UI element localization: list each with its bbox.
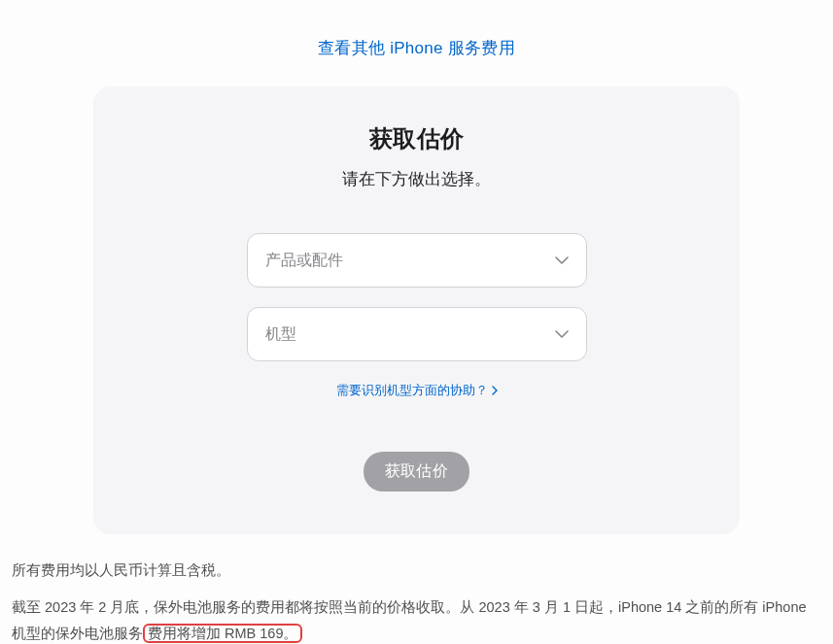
chevron-down-icon: [555, 256, 569, 264]
footnote-line-1: 所有费用均以人民币计算且含税。: [12, 558, 821, 585]
help-link-text: 需要识别机型方面的协助？: [336, 382, 488, 399]
product-dropdown-placeholder: 产品或配件: [265, 251, 343, 271]
estimate-card: 获取估价 请在下方做出选择。 产品或配件 机型 需要识别机型方面的协助？ 获取估…: [93, 86, 740, 534]
top-link-container: 查看其他 iPhone 服务费用: [0, 0, 833, 86]
footnote-line-2: 截至 2023 年 2 月底，保外电池服务的费用都将按照当前的价格收取。从 20…: [12, 594, 821, 644]
get-estimate-button[interactable]: 获取估价: [364, 452, 470, 491]
chevron-down-icon: [555, 330, 569, 338]
chevron-right-icon: [492, 384, 498, 398]
card-subtitle: 请在下方做出选择。: [132, 168, 701, 190]
product-dropdown[interactable]: 产品或配件: [247, 233, 587, 288]
footnotes: 所有费用均以人民币计算且含税。 截至 2023 年 2 月底，保外电池服务的费用…: [12, 558, 821, 644]
price-increase-highlight: 费用将增加 RMB 169。: [143, 624, 302, 643]
view-other-services-link[interactable]: 查看其他 iPhone 服务费用: [318, 39, 515, 57]
card-title: 获取估价: [132, 123, 701, 154]
help-link-container: 需要识别机型方面的协助？: [132, 381, 701, 399]
model-dropdown-placeholder: 机型: [265, 324, 296, 345]
model-dropdown[interactable]: 机型: [247, 307, 587, 361]
footnote-line-2-text: 截至 2023 年 2 月底，保外电池服务的费用都将按照当前的价格收取。从 20…: [12, 599, 807, 642]
identify-model-help-link[interactable]: 需要识别机型方面的协助？: [336, 382, 498, 399]
